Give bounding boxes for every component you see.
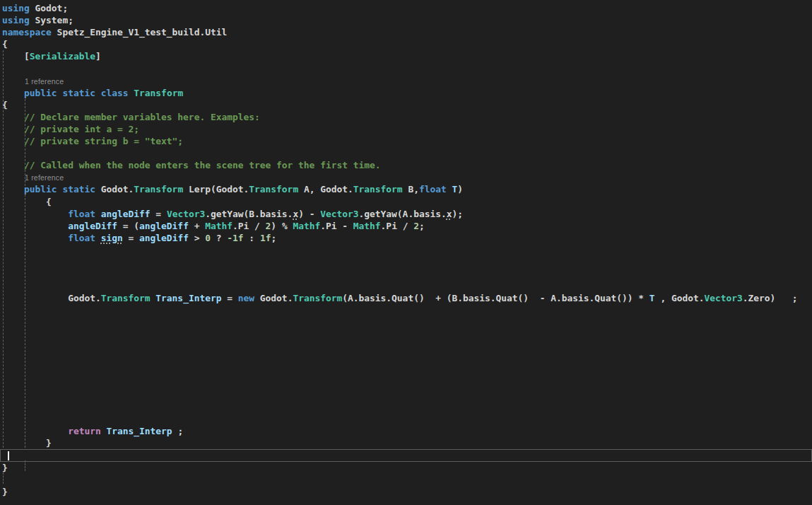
code-line[interactable]: [Serializable] [0,50,812,62]
code-token: // private int a = 2; [2,124,139,134]
code-token: Transform [249,184,298,195]
blank-line[interactable] [0,389,812,401]
blank-line[interactable] [0,341,812,353]
code-token: public [24,184,57,195]
blank-line[interactable] [0,147,812,159]
blank-line[interactable] [0,413,812,425]
code-token: Transform [353,184,403,195]
code-token: { [2,39,8,50]
code-line[interactable]: return Trans_Interp ; [0,425,812,437]
code-token: namespace [2,27,52,37]
code-token: Trans_Interp [106,426,172,436]
code-line[interactable]: } [0,486,812,498]
code-token: Mathf [205,221,233,231]
code-token: 1f [260,233,271,243]
code-token: (A.basis.Quat() + (B.basis.Quat() - A.ba… [342,293,649,303]
blank-line[interactable] [0,474,812,486]
code-token: , Godot. [655,293,705,303]
blank-line[interactable] [0,316,812,328]
code-token: .getYaw(A.basis. [359,209,447,219]
codelens-references[interactable]: 1 reference [0,171,812,183]
code-line[interactable]: // Called when the node enters the scene… [0,159,812,171]
blank-line[interactable] [0,329,812,341]
text-caret [8,451,9,461]
code-token [2,88,24,98]
code-token: 2 [413,221,419,231]
blank-line[interactable] [0,365,812,377]
code-line[interactable]: { [0,38,812,50]
code-line[interactable]: public static Godot.Transform Lerp(Godot… [0,183,812,195]
blank-line[interactable] [0,256,812,268]
code-token: 0 [205,233,211,243]
editor-rows: using Godot;using System;namespace Spetz… [0,2,812,498]
code-token [95,233,101,243]
code-token: A, Godot. [298,184,353,195]
code-token: ] [95,51,101,62]
code-token: Godot. [2,293,101,303]
blank-line[interactable] [0,353,812,365]
code-token: [ [2,51,30,62]
code-line[interactable]: // private string b = "text"; [0,135,812,147]
code-editor[interactable]: using Godot;using System;namespace Spetz… [0,0,812,505]
code-line[interactable]: namespace Spetz_Engine_V1_test_build.Uti… [0,26,812,38]
code-line[interactable]: using Godot; [0,2,812,14]
squiggle-token: x [293,209,298,219]
code-token: // Called when the node enters the scene… [2,160,381,170]
codelens-label[interactable]: 1 reference [25,76,64,87]
code-token: : [244,233,260,243]
code-line[interactable]: } [0,437,812,449]
code-token [2,209,68,219]
code-token: } [2,463,8,473]
code-token: { [2,100,8,110]
code-token: Spetz_Engine_V1_test_build.Util [52,27,227,37]
code-token: float [68,233,95,243]
blank-line[interactable] [0,244,812,256]
code-token: // private string b = "text"; [2,136,183,146]
codelens-references[interactable]: 1 reference [0,75,812,87]
code-line[interactable]: Godot.Transform Trans_Interp = new Godot… [0,292,812,304]
code-token: using [2,15,30,25]
code-token: .Zero) ; [743,293,798,303]
blank-line[interactable] [0,280,812,292]
blank-line[interactable] [0,268,812,280]
code-token: .Pi / [233,221,266,231]
code-token: ) % [271,221,293,231]
code-token: = [123,233,139,243]
code-token: return [68,426,101,436]
codelens-label[interactable]: 1 reference [25,173,64,183]
code-line[interactable]: } [0,462,812,474]
code-line[interactable]: float angleDiff = Vector3.getYaw(B.basis… [0,208,812,220]
code-token: Transform [134,88,183,98]
code-line[interactable]: { [0,196,812,208]
code-token: Lerp(Godot. [183,184,249,195]
code-token: .Pi - [320,221,353,231]
code-token: ? [211,233,227,243]
code-line[interactable]: angleDiff = (angleDiff + Mathf.Pi / 2) %… [0,220,812,232]
code-token: = [221,293,237,303]
blank-line[interactable] [0,377,812,389]
code-line[interactable]: // private int a = 2; [0,123,812,135]
code-line[interactable]: // Declare member variables here. Exampl… [0,111,812,123]
code-line[interactable]: public static class Transform [0,87,812,99]
code-token: angleDiff [139,221,189,231]
code-token: Transform [101,293,151,303]
code-token: = ( [117,221,139,231]
code-line[interactable]: { [0,99,812,111]
code-line[interactable]: using System; [0,14,812,26]
code-token [2,233,68,243]
code-token: B, [403,184,419,195]
code-token: // Declare member variables here. Exampl… [2,112,260,122]
blank-line[interactable] [0,304,812,316]
code-line[interactable]: float sign = angleDiff > 0 ? -1f : 1f; [0,232,812,244]
blank-line[interactable] [0,62,812,74]
code-token: Godot. [95,184,134,195]
code-token: float [68,209,95,219]
code-token [95,209,101,219]
blank-line[interactable] [0,401,812,413]
code-token: System; [30,15,73,25]
code-token: using [2,3,30,13]
code-token: .Pi / [381,221,414,231]
code-token: > [189,233,205,243]
current-line-highlight[interactable] [0,449,812,461]
code-token [2,426,68,436]
